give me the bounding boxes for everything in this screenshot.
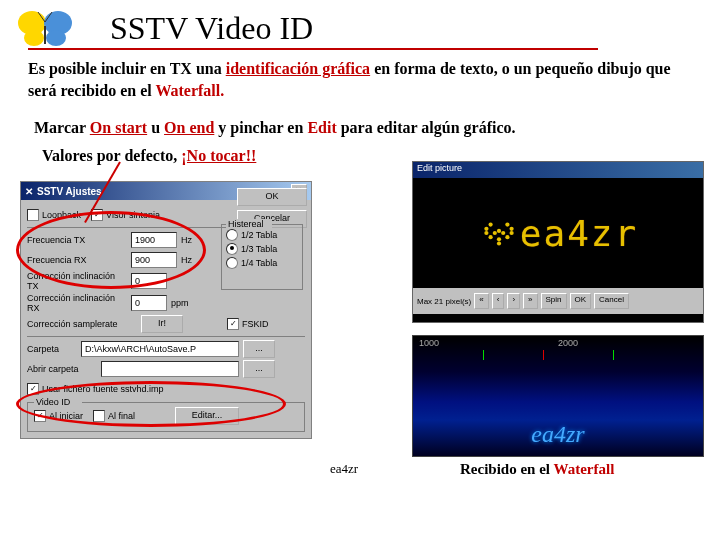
incl-tx-label: Corrección inclinación TX	[27, 271, 127, 291]
butterfly-icon: ✕	[25, 186, 33, 197]
footer-callsign: ea4zr	[330, 461, 358, 477]
footer-caption: Recibido en el Waterfall	[460, 461, 614, 478]
ir-button[interactable]: Ir!	[141, 315, 183, 333]
fskid-checkbox[interactable]: ✓FSKID	[227, 318, 269, 330]
open-folder-input[interactable]	[101, 361, 239, 377]
incl-rx-label: Corrección inclinación RX	[27, 293, 127, 313]
svg-point-14	[505, 235, 509, 239]
on-start-checkbox[interactable]: ✓Al iniciar	[34, 410, 83, 422]
freq-tx-input[interactable]: 1900	[131, 232, 177, 248]
nav-first-button[interactable]: «	[474, 293, 488, 309]
open-browse-button[interactable]: ...	[243, 360, 275, 378]
sintonia-checkbox[interactable]: ✓Visor sintonia	[91, 209, 160, 221]
svg-point-2	[24, 30, 44, 46]
svg-point-17	[505, 223, 509, 227]
ok-button[interactable]: OK	[237, 188, 307, 206]
svg-point-15	[509, 231, 513, 235]
open-folder-label: Abrir carpeta	[27, 364, 97, 374]
max-pixels-label: Max 21 pixel(s)	[417, 297, 471, 306]
paragraph-2: Marcar On start u On end y pinchar en Ed…	[0, 109, 720, 143]
svg-point-7	[488, 223, 492, 227]
svg-point-10	[488, 235, 492, 239]
video-id-group: Video ID ✓Al iniciar Al final Editar...	[27, 402, 305, 432]
hist-14-radio[interactable]: 1/4 Tabla	[226, 257, 277, 269]
dotmatrix-preview: ea4zr	[413, 178, 703, 288]
freq-rx-label: Frecuencia RX	[27, 255, 127, 265]
on-end-checkbox[interactable]: Al final	[93, 410, 135, 422]
svg-point-18	[497, 237, 501, 241]
use-font-checkbox[interactable]: ✓Usar fichero fuente sstvhd.imp	[27, 383, 164, 395]
editor-ok-button[interactable]: OK	[570, 293, 592, 309]
freq-rx-input[interactable]: 900	[131, 252, 177, 268]
svg-point-11	[493, 231, 497, 235]
svg-point-19	[497, 242, 501, 246]
folder-input[interactable]: D:\Akxw\ARCH\AutoSave.P	[81, 341, 239, 357]
butterfly-logo	[10, 8, 80, 48]
edit-titlebar[interactable]: Edit picture	[413, 162, 703, 178]
nav-prev-button[interactable]: ‹	[492, 293, 505, 309]
nav-last-button[interactable]: »	[523, 293, 537, 309]
folder-browse-button[interactable]: ...	[243, 340, 275, 358]
incl-tx-input[interactable]: 0	[131, 273, 167, 289]
paragraph-1: Es posible incluir en TX una identificac…	[0, 50, 720, 109]
edit-button[interactable]: Editar...	[175, 407, 239, 425]
wf-scale-1000: 1000	[419, 338, 439, 348]
folder-label: Carpeta	[27, 344, 77, 354]
hist-12-radio[interactable]: 1/2 Tabla	[226, 229, 277, 241]
waterfall-callsign: ea4zr	[413, 421, 703, 448]
spin-button[interactable]: Spin	[541, 293, 567, 309]
page-title: SSTV Video ID	[110, 10, 313, 47]
histogram-group: Histereal 1/2 Tabla 1/3 Tabla 1/4 Tabla	[221, 224, 303, 290]
svg-point-9	[484, 231, 488, 235]
samplecorr-label: Corrección samplerate	[27, 319, 137, 329]
wf-scale-2000: 2000	[558, 338, 578, 348]
svg-point-3	[46, 30, 66, 46]
svg-point-8	[484, 227, 488, 231]
edit-picture-panel: Edit picture ea4zr Max 21 pixel(s) « ‹ ›…	[412, 161, 704, 323]
waterfall-display: 1000 2000 ea4zr	[412, 335, 704, 457]
incl-rx-input[interactable]: 0	[131, 295, 167, 311]
nav-next-button[interactable]: ›	[507, 293, 520, 309]
svg-point-13	[501, 231, 505, 235]
svg-point-12	[497, 229, 501, 233]
loopback-checkbox[interactable]: Loopback	[27, 209, 81, 221]
sstv-settings-dialog: ✕ SSTV Ajustes ✕ Loopback ✓Visor sintoni…	[20, 181, 312, 439]
editor-cancel-button[interactable]: Cancel	[594, 293, 629, 309]
dialog-title: SSTV Ajustes	[37, 186, 102, 197]
svg-point-16	[509, 227, 513, 231]
hist-13-radio[interactable]: 1/3 Tabla	[226, 243, 277, 255]
freq-tx-label: Frecuencia TX	[27, 235, 127, 245]
